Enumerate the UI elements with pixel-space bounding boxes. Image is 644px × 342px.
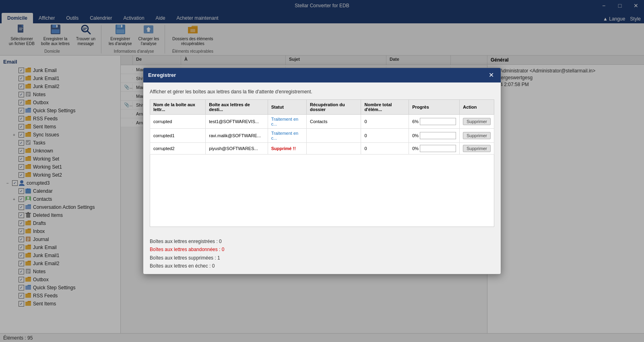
modal-close-button[interactable]: ✕ <box>486 70 496 80</box>
th-dest: Boîte aux lettres de desti... <box>206 99 268 114</box>
th-name: Nom de la boîte aux lettr... <box>150 99 206 114</box>
supprimer-button[interactable]: Supprimer <box>463 132 491 139</box>
supprimer-button[interactable]: Supprimer <box>463 118 491 125</box>
row-mailbox-dest: piyush@SOFTWARES... <box>206 142 268 154</box>
th-folder: Récupération du dossier <box>307 99 361 114</box>
modal-description: Afficher et gérer les boîtes aux lettres… <box>150 89 494 95</box>
row-mailbox-name: corrupted2 <box>150 142 206 154</box>
th-progress: Progrès <box>409 99 460 114</box>
row-action: Supprimer <box>460 142 494 154</box>
th-total: Nombre total d'élém... <box>361 99 409 114</box>
footer-line2: Boîtes aux lettres abandonnées : 0 <box>150 245 494 253</box>
modal-table-row: corrupted1ravi.malik@SOFTWARE...Traiteme… <box>150 128 494 142</box>
row-status: Traitement en c... <box>268 114 306 128</box>
row-progress: 0% <box>409 142 460 154</box>
row-folder: Contacts <box>307 114 361 128</box>
progress-input[interactable] <box>420 132 456 139</box>
footer-line3: Boîtes aux lettres supprimées : 1 <box>150 254 494 262</box>
modal-footer: Boîtes aux lettres enregistrées : 0 Boît… <box>143 233 501 274</box>
row-mailbox-name: corrupted <box>150 114 206 128</box>
row-status: Traitement en c... <box>268 128 306 142</box>
row-mailbox-name: corrupted1 <box>150 128 206 142</box>
progress-input[interactable] <box>420 145 456 152</box>
row-status: Supprimé !! <box>268 142 306 154</box>
row-progress: 6% <box>409 114 460 128</box>
modal-table-row: corrupted2piyush@SOFTWARES...Supprimé !!… <box>150 142 494 154</box>
modal-table: Nom de la boîte aux lettr... Boîte aux l… <box>150 99 494 155</box>
modal-overlay: Enregistrer ✕ Afficher et gérer les boît… <box>0 0 644 342</box>
row-folder <box>307 128 361 142</box>
row-total: 0 <box>361 142 409 154</box>
footer-line1: Boîtes aux lettres enregistrées : 0 <box>150 237 494 245</box>
footer-line4: Boîtes aux lettres en échec : 0 <box>150 262 494 270</box>
modal-title: Enregistrer <box>148 72 176 78</box>
th-action: Action <box>460 99 494 114</box>
row-action: Supprimer <box>460 128 494 142</box>
row-mailbox-dest: test1@SOFTWAREVIS... <box>206 114 268 128</box>
modal-enregistrer: Enregistrer ✕ Afficher et gérer les boît… <box>143 68 501 275</box>
row-progress: 0% <box>409 128 460 142</box>
progress-input[interactable] <box>420 118 456 125</box>
row-mailbox-dest: ravi.malik@SOFTWARE... <box>206 128 268 142</box>
row-total: 0 <box>361 128 409 142</box>
supprimer-button[interactable]: Supprimer <box>463 145 491 152</box>
modal-body: Afficher et gérer les boîtes aux lettres… <box>143 82 501 233</box>
modal-tbody: corruptedtest1@SOFTWAREVIS...Traitement … <box>150 114 494 154</box>
modal-table-row: corruptedtest1@SOFTWAREVIS...Traitement … <box>150 114 494 128</box>
modal-titlebar: Enregistrer ✕ <box>143 68 501 82</box>
row-folder <box>307 142 361 154</box>
row-total: 0 <box>361 114 409 128</box>
th-status: Statut <box>268 99 306 114</box>
modal-empty-area <box>150 155 494 227</box>
row-action: Supprimer <box>460 114 494 128</box>
